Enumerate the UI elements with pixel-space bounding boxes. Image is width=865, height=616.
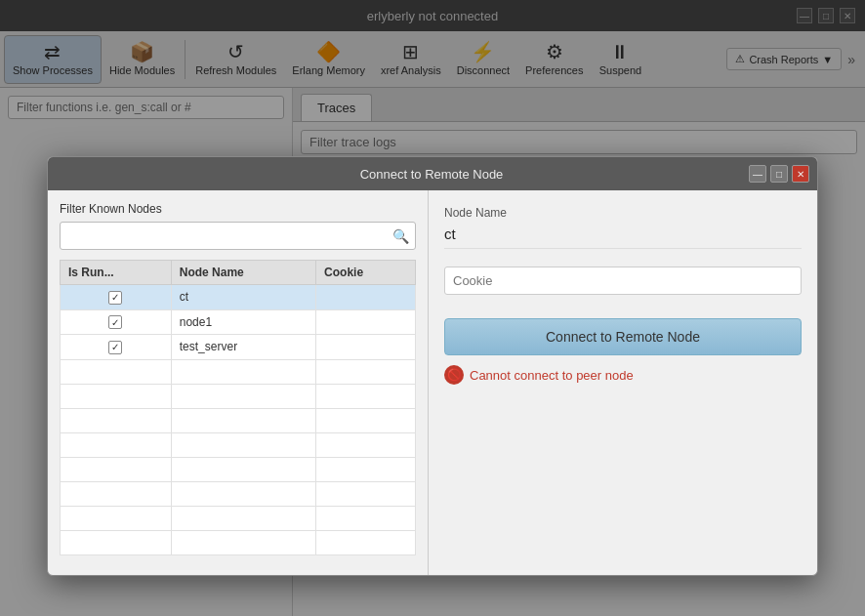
error-text: Cannot connect to peer node bbox=[470, 368, 634, 383]
node-name-cell: test_server bbox=[171, 335, 315, 360]
node-name-field-label: Node Name bbox=[444, 206, 802, 220]
modal-left-section: Filter Known Nodes 🔍 Is Run... Node Name… bbox=[48, 190, 429, 575]
error-message-container: 🚫 Cannot connect to peer node bbox=[444, 365, 802, 385]
connect-remote-node-dialog: Connect to Remote Node — □ ✕ Filter Know… bbox=[47, 156, 818, 576]
nodes-table-container: Is Run... Node Name Cookie ctnode1test_s… bbox=[60, 260, 416, 563]
empty-table-row bbox=[61, 432, 416, 457]
modal-overlay: Connect to Remote Node — □ ✕ Filter Know… bbox=[0, 0, 865, 616]
modal-title: Connect to Remote Node bbox=[114, 167, 749, 182]
cookie-group bbox=[444, 267, 802, 295]
cookie-cell bbox=[316, 285, 416, 310]
modal-title-bar: Connect to Remote Node — □ ✕ bbox=[48, 157, 817, 190]
node-name-value: ct bbox=[444, 224, 802, 249]
empty-table-row bbox=[61, 384, 416, 408]
table-row[interactable]: node1 bbox=[61, 309, 416, 335]
node-name-cell: ct bbox=[171, 285, 315, 310]
empty-table-row bbox=[61, 408, 416, 432]
search-icon: 🔍 bbox=[392, 228, 409, 244]
empty-table-row bbox=[61, 359, 416, 384]
table-row[interactable]: ct bbox=[61, 285, 416, 310]
filter-known-nodes-container: 🔍 bbox=[60, 222, 416, 250]
cookie-cell bbox=[316, 309, 416, 335]
node-name-cell: node1 bbox=[171, 309, 315, 335]
filter-known-nodes-label: Filter Known Nodes bbox=[60, 202, 416, 216]
nodes-table-body: ctnode1test_server bbox=[61, 285, 416, 555]
nodes-table: Is Run... Node Name Cookie ctnode1test_s… bbox=[60, 260, 416, 555]
connect-button[interactable]: Connect to Remote Node bbox=[444, 318, 802, 355]
empty-table-row bbox=[61, 530, 416, 554]
running-checkbox[interactable] bbox=[108, 291, 122, 305]
error-icon: 🚫 bbox=[444, 365, 464, 385]
node-name-group: Node Name ct bbox=[444, 206, 802, 249]
col-cookie-header: Cookie bbox=[316, 261, 416, 285]
running-checkbox[interactable] bbox=[108, 341, 122, 354]
empty-table-row bbox=[61, 481, 416, 506]
modal-right-section: Node Name ct Connect to Remote Node 🚫 Ca… bbox=[429, 190, 817, 575]
filter-known-nodes-input[interactable] bbox=[66, 225, 392, 247]
modal-maximize-button[interactable]: □ bbox=[770, 165, 788, 183]
modal-close-button[interactable]: ✕ bbox=[792, 165, 809, 183]
table-row[interactable]: test_server bbox=[61, 335, 416, 360]
running-checkbox[interactable] bbox=[108, 315, 122, 329]
empty-table-row bbox=[61, 506, 416, 530]
table-header: Is Run... Node Name Cookie bbox=[61, 261, 416, 285]
modal-body: Filter Known Nodes 🔍 Is Run... Node Name… bbox=[48, 190, 817, 575]
col-node-name-header: Node Name bbox=[171, 261, 315, 285]
cookie-input[interactable] bbox=[444, 267, 802, 295]
col-running-header: Is Run... bbox=[61, 261, 172, 285]
modal-controls: — □ ✕ bbox=[749, 165, 809, 183]
empty-table-row bbox=[61, 457, 416, 481]
modal-minimize-button[interactable]: — bbox=[749, 165, 766, 183]
cookie-cell bbox=[316, 335, 416, 360]
